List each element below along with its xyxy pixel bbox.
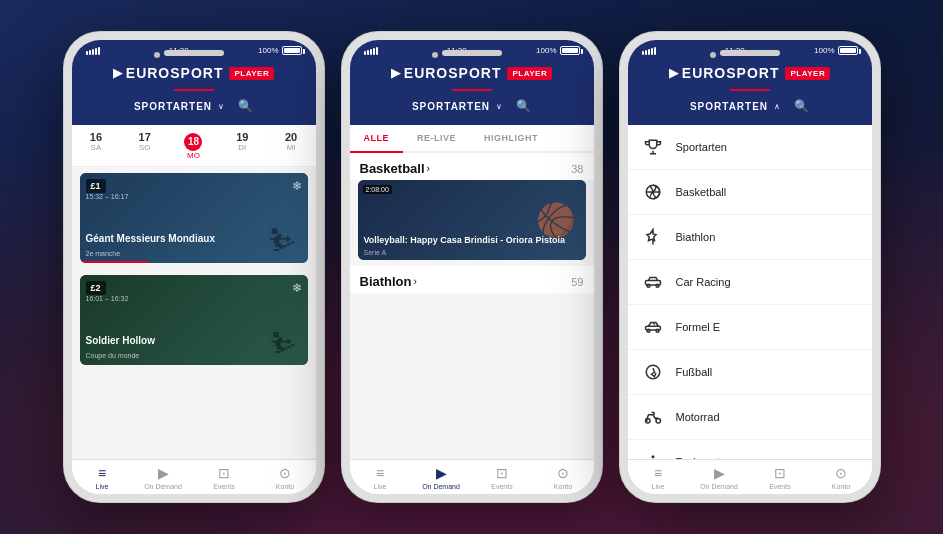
menu-label-basketball: Basketball — [676, 186, 727, 198]
date-day-active: MO — [169, 151, 218, 160]
date-item[interactable]: 19 DI — [218, 131, 267, 160]
brand-arrow-2: ▶ — [391, 66, 401, 80]
menu-item-formele[interactable]: Formel E — [628, 305, 872, 350]
channel-card-1[interactable]: ❄ £1 15:32 – 16:17 Géant Messieurs Mondi… — [80, 173, 308, 263]
chevron-down-icon-2[interactable]: ∨ — [496, 102, 502, 111]
search-icon-1[interactable]: 🔍 — [238, 99, 253, 113]
tab-konto-1[interactable]: ⊙ Konto — [255, 460, 316, 494]
phone-2: 11:30 100% ▶ EUROSPORT PLAYER SPORTARTEN… — [342, 32, 602, 502]
tab-live-3[interactable]: ≡ Live — [628, 460, 689, 494]
date-item-active[interactable]: 18 MO — [169, 131, 218, 160]
brand-name-2: ▶ EUROSPORT — [391, 65, 502, 81]
progress-bar-1 — [80, 261, 148, 263]
tab-konto-label-1: Konto — [276, 483, 294, 490]
tab-konto-2[interactable]: ⊙ Konto — [533, 460, 594, 494]
status-time-2: 11:30 — [447, 46, 467, 55]
date-num: 19 — [218, 131, 267, 143]
screen-3: Sportarten Basketball Biathlon — [628, 125, 872, 459]
menu-label-motorrad: Motorrad — [676, 411, 720, 423]
filter-tab-highlight[interactable]: HIGHLIGHT — [470, 125, 552, 151]
menu-label-sportarten: Sportarten — [676, 141, 727, 153]
menu-item-carracing[interactable]: Car Racing — [628, 260, 872, 305]
menu-label-biathlon: Biathlon — [676, 231, 716, 243]
tab-ondemand-2[interactable]: ▶ On Demand — [411, 460, 472, 494]
app-header-3: ▶ EUROSPORT PLAYER SPORTARTEN ∧ 🔍 — [628, 59, 872, 125]
nav-bar-2: SPORTARTEN ∨ 🔍 — [400, 95, 543, 117]
menu-item-fussball[interactable]: Fußball — [628, 350, 872, 395]
ondemand-icon-1: ▶ — [158, 465, 169, 481]
logo-divider-2 — [452, 89, 492, 91]
status-time-1: 11:30 — [169, 46, 189, 55]
filter-tab-alle[interactable]: ALLE — [350, 125, 404, 153]
tab-bar-1: ≡ Live ▶ On Demand ⊡ Events ⊙ Konto — [72, 459, 316, 494]
battery-percent-3: 100% — [814, 46, 834, 55]
video-card-basketball[interactable]: 2:08:00 Volleyball: Happy Casa Brindisi … — [358, 180, 586, 260]
menu-label-fussball: Fußball — [676, 366, 713, 378]
screen-2: ALLE RE-LIVE HIGHLIGHT Basketball › 38 2… — [350, 125, 594, 459]
tab-events-label-1: Events — [213, 483, 234, 490]
basketball-title: Basketball — [360, 161, 425, 176]
basketball-section-header[interactable]: Basketball › 38 — [350, 153, 594, 180]
nav-bar-3: SPORTARTEN ∧ 🔍 — [678, 95, 821, 117]
date-num-active: 18 — [184, 133, 202, 151]
date-item[interactable]: 16 SA — [72, 131, 121, 160]
channel-label-2: £2 — [86, 281, 106, 295]
status-time-3: 11:30 — [725, 46, 745, 55]
menu-item-basketball[interactable]: Basketball — [628, 170, 872, 215]
events-icon-3: ⊡ — [774, 465, 786, 481]
channel-card-2[interactable]: ❄ £2 16:01 – 16:32 Soldier Hollow Coupe … — [80, 275, 308, 365]
tab-events-3[interactable]: ⊡ Events — [750, 460, 811, 494]
menu-item-motorrad[interactable]: Motorrad — [628, 395, 872, 440]
menu-item-sportarten[interactable]: Sportarten — [628, 125, 872, 170]
date-bar: 16 SA 17 SO 18 MO 19 DI 20 MI — [72, 125, 316, 167]
brand-name-1: ▶ EUROSPORT — [113, 65, 224, 81]
player-badge-1: PLAYER — [229, 67, 274, 80]
app-header-2: ▶ EUROSPORT PLAYER SPORTARTEN ∨ 🔍 — [350, 59, 594, 125]
tab-events-2[interactable]: ⊡ Events — [472, 460, 533, 494]
trophy-icon — [642, 136, 664, 158]
tab-live-2[interactable]: ≡ Live — [350, 460, 411, 494]
tab-konto-label-2: Konto — [554, 483, 572, 490]
chevron-up-icon-3[interactable]: ∧ — [774, 102, 780, 111]
date-item[interactable]: 17 SO — [120, 131, 169, 160]
date-num: 17 — [120, 131, 169, 143]
live-icon-2: ≡ — [376, 465, 384, 481]
date-item[interactable]: 20 MI — [267, 131, 316, 160]
biathlon-section-header[interactable]: Biathlon › 59 — [350, 266, 594, 293]
menu-item-radsport[interactable]: Radsport — [628, 440, 872, 459]
menu-list: Sportarten Basketball Biathlon — [628, 125, 872, 459]
tab-live-label-2: Live — [374, 483, 387, 490]
date-num: 20 — [267, 131, 316, 143]
events-icon-2: ⊡ — [496, 465, 508, 481]
logo-area-3: ▶ EUROSPORT PLAYER — [669, 65, 830, 81]
brand-name-3: ▶ EUROSPORT — [669, 65, 780, 81]
date-num: 16 — [72, 131, 121, 143]
tab-ondemand-3[interactable]: ▶ On Demand — [689, 460, 750, 494]
tab-konto-label-3: Konto — [832, 483, 850, 490]
biathlon-title: Biathlon — [360, 274, 412, 289]
nav-title-2[interactable]: SPORTARTEN — [412, 101, 490, 112]
snowflake-icon-2: ❄ — [292, 281, 302, 295]
screen-1: 16 SA 17 SO 18 MO 19 DI 20 MI ❄ — [72, 125, 316, 459]
phone-3: 11:30 100% ▶ EUROSPORT PLAYER SPORTARTEN… — [620, 32, 880, 502]
search-icon-3[interactable]: 🔍 — [794, 99, 809, 113]
tab-live-1[interactable]: ≡ Live — [72, 460, 133, 494]
logo-area-2: ▶ EUROSPORT PLAYER — [391, 65, 552, 81]
tab-ondemand-label-2: On Demand — [422, 483, 460, 490]
nav-bar-1: SPORTARTEN ∨ 🔍 — [122, 95, 265, 117]
motorcycle-icon — [642, 406, 664, 428]
tab-events-1[interactable]: ⊡ Events — [194, 460, 255, 494]
status-bar-3: 11:30 100% — [628, 40, 872, 59]
nav-title-1[interactable]: SPORTARTEN — [134, 101, 212, 112]
tab-konto-3[interactable]: ⊙ Konto — [811, 460, 872, 494]
signal-icon-2 — [364, 47, 378, 55]
nav-title-3[interactable]: SPORTARTEN — [690, 101, 768, 112]
chevron-down-icon-1[interactable]: ∨ — [218, 102, 224, 111]
ondemand-icon-2: ▶ — [436, 465, 447, 481]
filter-tab-relive[interactable]: RE-LIVE — [403, 125, 470, 151]
menu-item-biathlon[interactable]: Biathlon — [628, 215, 872, 260]
battery-icon-1 — [282, 46, 302, 55]
tab-ondemand-1[interactable]: ▶ On Demand — [133, 460, 194, 494]
biathlon-count: 59 — [571, 276, 583, 288]
search-icon-2[interactable]: 🔍 — [516, 99, 531, 113]
